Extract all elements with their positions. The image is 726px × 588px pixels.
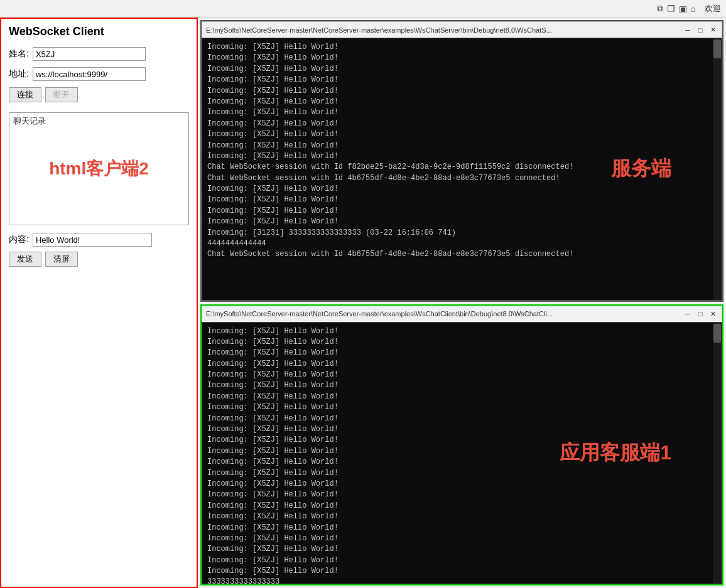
terminal-line: Incoming: [X5ZJ] Hello World! bbox=[207, 195, 717, 205]
welcome-text: 欢迎 bbox=[705, 3, 721, 14]
content-label: 内容: bbox=[9, 234, 29, 245]
terminal-line: Incoming: [X5ZJ] Hello World! bbox=[207, 337, 717, 348]
home-icon[interactable]: ⌂ bbox=[691, 4, 696, 14]
terminal-line: Incoming: [X5ZJ] Hello World! bbox=[207, 479, 717, 489]
terminal-line: Chat WebSocket session with Id f82bde25-… bbox=[207, 162, 717, 173]
terminal-line: Incoming: [X5ZJ] Hello World! bbox=[207, 424, 717, 435]
server-maximize-btn[interactable]: □ bbox=[695, 25, 705, 35]
server-scrollbar[interactable] bbox=[713, 38, 722, 300]
terminal-line: Incoming: [X5ZJ] Hello World! bbox=[207, 42, 717, 53]
terminal-line: Incoming: [X5ZJ] Hello World! bbox=[207, 435, 717, 446]
action-buttons: 发送 清屏 bbox=[9, 252, 189, 267]
terminal-line: Incoming: [X5ZJ] Hello World! bbox=[207, 555, 717, 566]
html-client-watermark: html客户端2 bbox=[49, 157, 149, 181]
terminal-line: Incoming: [X5ZJ] Hello World! bbox=[207, 446, 717, 457]
client-close-btn[interactable]: ✕ bbox=[708, 309, 718, 319]
terminal-line: Incoming: [X5ZJ] Hello World! bbox=[207, 216, 717, 227]
address-row: 地址: bbox=[9, 67, 189, 81]
terminal-line: Incoming: [31231] 3333333333333333 (03-2… bbox=[207, 228, 717, 238]
server-scrollbar-thumb[interactable] bbox=[713, 40, 721, 58]
client-title-path: E:\mySofts\NetCoreServer-master\NetCoreS… bbox=[206, 310, 680, 318]
connect-button[interactable]: 连接 bbox=[9, 87, 41, 102]
main-layout: WebSocket Client 姓名: 地址: 连接 断开 聊天记录 html… bbox=[0, 18, 726, 588]
terminal-line: Incoming: [X5ZJ] Hello World! bbox=[207, 468, 717, 479]
terminal-line: Incoming: [X5ZJ] Hello World! bbox=[207, 64, 717, 75]
tile-icon[interactable]: ❐ bbox=[667, 4, 675, 14]
client-minimize-btn[interactable]: ─ bbox=[683, 309, 693, 319]
client-scrollbar[interactable] bbox=[713, 323, 722, 584]
terminal-line: Incoming: [X5ZJ] Hello World! bbox=[207, 533, 717, 544]
left-panel: WebSocket Client 姓名: 地址: 连接 断开 聊天记录 html… bbox=[0, 18, 198, 588]
restore-icon[interactable]: ⧉ bbox=[657, 3, 663, 14]
terminal-line: Chat WebSocket session with Id 4b6755df-… bbox=[207, 173, 717, 184]
disconnect-button[interactable]: 断开 bbox=[45, 87, 78, 102]
terminal-line: Incoming: [X5ZJ] Hello World! bbox=[207, 348, 717, 358]
terminal-line: Incoming: [X5ZJ] Hello World! bbox=[207, 544, 717, 555]
client-terminal-body: 应用客服端1 Incoming: [X5ZJ] Hello World!Inco… bbox=[202, 322, 722, 585]
terminal-line: Incoming: [X5ZJ] Hello World! bbox=[207, 206, 717, 216]
server-titlebar: E:\mySofts\NetCoreServer-master\NetCoreS… bbox=[202, 21, 722, 38]
terminal-line: Incoming: [X5ZJ] Hello World! bbox=[207, 151, 717, 162]
client-maximize-btn[interactable]: □ bbox=[695, 309, 705, 319]
chat-log-box: 聊天记录 html客户端2 bbox=[9, 112, 189, 225]
top-bar: ⧉ ❐ ▣ ⌂ 欢迎 bbox=[0, 0, 726, 18]
clear-button[interactable]: 清屏 bbox=[45, 252, 78, 267]
terminal-line: Incoming: [X5ZJ] Hello World! bbox=[207, 129, 717, 140]
terminal-line: Incoming: [X5ZJ] Hello World! bbox=[207, 501, 717, 511]
server-minimize-btn[interactable]: ─ bbox=[683, 25, 693, 35]
terminal-line: 4444444444444 bbox=[207, 238, 717, 249]
terminal-line: Incoming: [X5ZJ] Hello World! bbox=[207, 75, 717, 85]
server-terminal-wrapper: E:\mySofts\NetCoreServer-master\NetCoreS… bbox=[200, 20, 723, 302]
content-row: 内容: bbox=[9, 233, 189, 247]
terminal-line: Incoming: [X5ZJ] Hello World! bbox=[207, 489, 717, 500]
terminal-line: Chat WebSocket session with Id 4b6755df-… bbox=[207, 249, 717, 260]
terminal-line: Incoming: [X5ZJ] Hello World! bbox=[207, 414, 717, 424]
terminal-line: Incoming: [X5ZJ] Hello World! bbox=[207, 566, 717, 577]
terminal-line: Incoming: [X5ZJ] Hello World! bbox=[207, 86, 717, 97]
terminal-line: Incoming: [X5ZJ] Hello World! bbox=[207, 184, 717, 195]
terminal-line: Incoming: [X5ZJ] Hello World! bbox=[207, 107, 717, 118]
name-label: 姓名: bbox=[9, 48, 29, 60]
terminal-line: Incoming: [X5ZJ] Hello World! bbox=[207, 326, 717, 337]
terminal-line: Incoming: [X5ZJ] Hello World! bbox=[207, 97, 717, 107]
content-input[interactable] bbox=[33, 233, 152, 247]
chat-log-label: 聊天记录 bbox=[13, 115, 46, 127]
terminal-line: Incoming: [X5ZJ] Hello World! bbox=[207, 141, 717, 151]
terminal-line: Incoming: [X5ZJ] Hello World! bbox=[207, 53, 717, 63]
client-terminal-wrapper: E:\mySofts\NetCoreServer-master\NetCoreS… bbox=[200, 304, 723, 586]
connect-buttons: 连接 断开 bbox=[9, 87, 189, 102]
server-terminal-body: 服务端 Incoming: [X5ZJ] Hello World!Incomin… bbox=[202, 38, 722, 301]
terminal-line: 3333333333333333 bbox=[207, 577, 717, 584]
top-bar-icons: ⧉ ❐ ▣ ⌂ 欢迎 bbox=[657, 3, 721, 14]
terminal-line: Incoming: [X5ZJ] Hello World! bbox=[207, 359, 717, 370]
terminal-line: Incoming: [X5ZJ] Hello World! bbox=[207, 523, 717, 533]
terminal-line: Incoming: [X5ZJ] Hello World! bbox=[207, 457, 717, 468]
address-input[interactable] bbox=[33, 67, 146, 81]
terminal-line: Incoming: [X5ZJ] Hello World! bbox=[207, 370, 717, 380]
panel-title: WebSocket Client bbox=[9, 25, 189, 38]
monitor-icon[interactable]: ▣ bbox=[679, 4, 687, 14]
name-input[interactable] bbox=[33, 47, 146, 61]
terminal-line: Incoming: [X5ZJ] Hello World! bbox=[207, 402, 717, 413]
right-panels: E:\mySofts\NetCoreServer-master\NetCoreS… bbox=[198, 18, 726, 588]
client-scrollbar-thumb[interactable] bbox=[713, 324, 721, 343]
terminal-line: Incoming: [X5ZJ] Hello World! bbox=[207, 392, 717, 402]
address-label: 地址: bbox=[9, 68, 29, 80]
terminal-line: Incoming: [X5ZJ] Hello World! bbox=[207, 511, 717, 522]
name-row: 姓名: bbox=[9, 47, 189, 61]
client-titlebar: E:\mySofts\NetCoreServer-master\NetCoreS… bbox=[202, 306, 722, 322]
send-button[interactable]: 发送 bbox=[9, 252, 41, 267]
server-title-path: E:\mySofts\NetCoreServer-master\NetCoreS… bbox=[206, 26, 680, 34]
terminal-line: Incoming: [X5ZJ] Hello World! bbox=[207, 119, 717, 129]
server-close-btn[interactable]: ✕ bbox=[708, 25, 718, 35]
terminal-line: Incoming: [X5ZJ] Hello World! bbox=[207, 380, 717, 391]
